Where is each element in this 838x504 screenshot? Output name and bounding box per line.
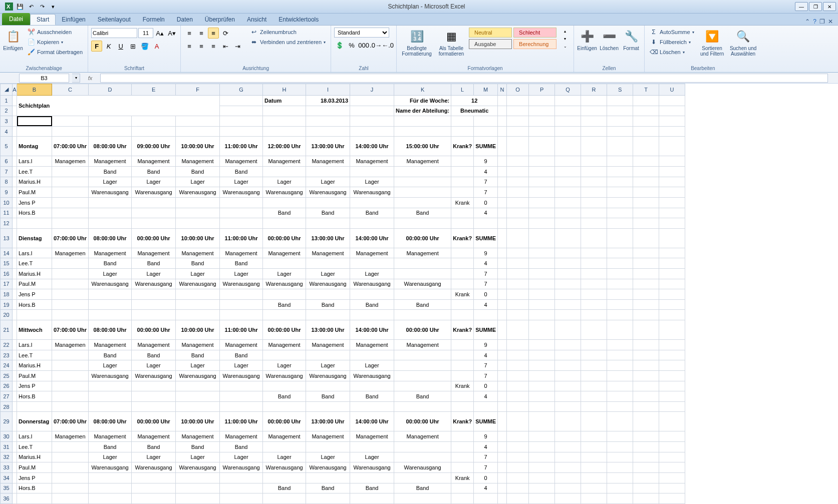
cell-B20[interactable] — [17, 310, 52, 320]
cell-M20[interactable] — [474, 310, 498, 320]
cell-T21[interactable] — [633, 320, 659, 340]
cell-C27[interactable] — [52, 391, 89, 402]
cell-B32[interactable]: Marius.H — [17, 452, 52, 462]
cell-H1[interactable]: Datum — [263, 95, 306, 106]
cell-J6[interactable]: Management — [350, 156, 394, 167]
cell-O22[interactable] — [507, 340, 529, 350]
cell-D8[interactable]: Lager — [89, 177, 132, 187]
cell-A31[interactable] — [13, 442, 17, 452]
cell-N23[interactable] — [498, 350, 507, 360]
cell-A9[interactable] — [13, 187, 17, 198]
cell-T25[interactable] — [633, 370, 659, 381]
cell-M13[interactable]: SUMME — [474, 228, 498, 248]
cell-D36[interactable] — [89, 493, 132, 504]
cell-L35[interactable] — [451, 483, 474, 493]
cell-S9[interactable] — [607, 187, 633, 198]
cell-E9[interactable]: Warenausgang — [132, 187, 176, 198]
cell-L5[interactable]: Krank? — [451, 137, 474, 156]
cell-A11[interactable] — [13, 208, 17, 218]
cell-B13[interactable]: Dienstag — [17, 228, 52, 248]
cell-P26[interactable] — [529, 381, 555, 391]
cell-H8[interactable]: Lager — [263, 177, 306, 187]
cell-R9[interactable] — [581, 187, 607, 198]
cell-L12[interactable] — [451, 218, 474, 229]
copy-button[interactable]: 📄Kopieren▾ — [25, 38, 85, 47]
cell-U13[interactable] — [659, 228, 685, 248]
cell-T6[interactable] — [633, 156, 659, 167]
cell-G1[interactable] — [220, 95, 263, 106]
restore-button[interactable]: ❐ — [809, 2, 822, 11]
cell-A12[interactable] — [13, 218, 17, 229]
save-icon[interactable]: 💾 — [15, 2, 25, 12]
ribbon-tab-einfügen[interactable]: Einfügen — [56, 14, 91, 25]
cell-T22[interactable] — [633, 340, 659, 350]
cell-S36[interactable] — [607, 493, 633, 504]
cell-G16[interactable]: Lager — [220, 268, 263, 279]
format-cells-button[interactable]: 🔧Format — [621, 28, 641, 52]
cell-P20[interactable] — [529, 310, 555, 320]
cell-I30[interactable]: Management — [306, 431, 350, 442]
cell-S17[interactable] — [607, 279, 633, 289]
cell-F24[interactable]: Lager — [176, 360, 220, 371]
row-header-20[interactable]: 20 — [1, 310, 13, 320]
cell-R23[interactable] — [581, 350, 607, 360]
row-header-5[interactable]: 5 — [1, 137, 13, 156]
cell-S5[interactable] — [607, 137, 633, 156]
cell-N26[interactable] — [498, 381, 507, 391]
cell-T33[interactable] — [633, 462, 659, 473]
cell-J18[interactable] — [350, 289, 394, 300]
cell-K31[interactable] — [394, 442, 451, 452]
cell-F28[interactable] — [176, 401, 220, 412]
cell-S14[interactable] — [607, 248, 633, 258]
cell-F33[interactable]: Warenausgang — [176, 462, 220, 473]
cell-L10[interactable]: Krank — [451, 197, 474, 208]
cell-M26[interactable]: 0 — [474, 381, 498, 391]
cell-P2[interactable] — [529, 106, 555, 116]
cell-S18[interactable] — [607, 289, 633, 300]
cell-L30[interactable] — [451, 431, 474, 442]
cell-D9[interactable]: Warenausgang — [89, 187, 132, 198]
cell-G13[interactable]: 11:00:00 Uhr — [220, 228, 263, 248]
cell-D24[interactable]: Lager — [89, 360, 132, 371]
cell-D21[interactable]: 08:00:00 Uhr — [89, 320, 132, 340]
cell-C19[interactable] — [52, 299, 89, 310]
cell-R5[interactable] — [581, 137, 607, 156]
cell-Q26[interactable] — [555, 381, 581, 391]
ribbon-tab-seitenlayout[interactable]: Seitenlayout — [92, 14, 137, 25]
bold-button[interactable]: F — [91, 41, 102, 52]
cell-A3[interactable] — [13, 116, 17, 127]
cell-H17[interactable]: Warenausgang — [263, 279, 306, 289]
cell-C34[interactable] — [52, 472, 89, 483]
cell-H4[interactable] — [263, 126, 306, 137]
cell-H10[interactable] — [263, 197, 306, 208]
cell-D17[interactable]: Warenausgang — [89, 279, 132, 289]
cell-P33[interactable] — [529, 462, 555, 473]
cell-O5[interactable] — [507, 137, 529, 156]
cell-L28[interactable] — [451, 401, 474, 412]
col-header-U[interactable]: U — [659, 84, 685, 96]
cell-F13[interactable]: 10:00:00 Uhr — [176, 228, 220, 248]
cell-H34[interactable] — [263, 472, 306, 483]
cell-Q1[interactable] — [555, 95, 581, 106]
cell-R25[interactable] — [581, 370, 607, 381]
cell-T8[interactable] — [633, 177, 659, 187]
cell-J11[interactable]: Band — [350, 208, 394, 218]
cell-E12[interactable] — [132, 218, 176, 229]
cell-J29[interactable]: 14:00:00 Uhr — [350, 412, 394, 431]
cell-H7[interactable] — [263, 167, 306, 177]
cell-U7[interactable] — [659, 167, 685, 177]
cell-D25[interactable]: Warenausgang — [89, 370, 132, 381]
cell-J16[interactable]: Lager — [350, 268, 394, 279]
cell-P31[interactable] — [529, 442, 555, 452]
cell-L25[interactable] — [451, 370, 474, 381]
cell-R12[interactable] — [581, 218, 607, 229]
cell-A16[interactable] — [13, 268, 17, 279]
cell-B4[interactable] — [17, 126, 52, 137]
cell-S6[interactable] — [607, 156, 633, 167]
cell-O14[interactable] — [507, 248, 529, 258]
cell-E26[interactable] — [132, 381, 176, 391]
cell-J21[interactable]: 14:00:00 Uhr — [350, 320, 394, 340]
col-header-S[interactable]: S — [607, 84, 633, 96]
cell-G22[interactable]: Management — [220, 340, 263, 350]
cell-J13[interactable]: 14:00:00 Uhr — [350, 228, 394, 248]
